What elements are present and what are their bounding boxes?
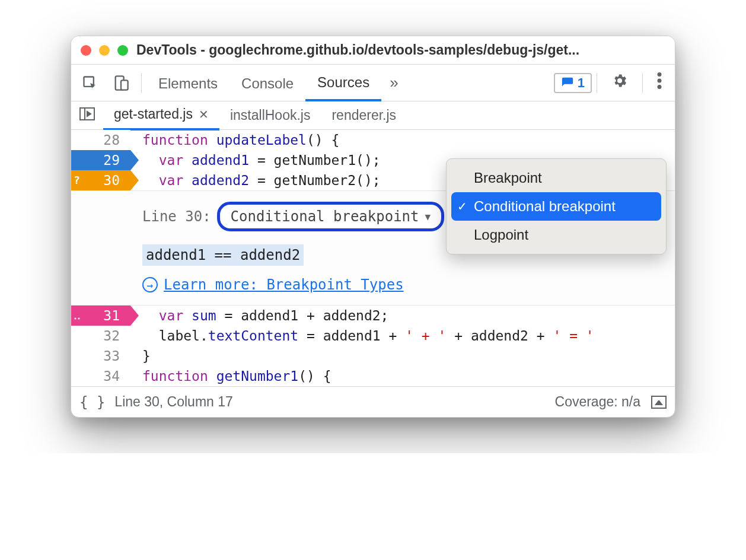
toolbar-divider (597, 73, 597, 93)
toolbar-divider (642, 73, 643, 93)
code-editor[interactable]: 28 function updateLabel() { 29 var adden… (71, 130, 675, 386)
code-text: function updateLabel() { (130, 130, 339, 150)
menu-item-logpoint[interactable]: Logpoint (451, 221, 661, 249)
line-number-logpoint[interactable]: ‥31 (71, 306, 130, 326)
code-line-31[interactable]: ‥31 var sum = addend1 + addend2; (71, 306, 675, 326)
pretty-print-icon[interactable]: { } (79, 394, 105, 411)
menu-item-breakpoint[interactable]: Breakpoint (451, 164, 661, 192)
navigator-toggle-icon[interactable] (71, 107, 103, 124)
code-text: var addend1 = getNumber1(); (130, 150, 381, 170)
breakpoint-line-label: Line 30: (142, 208, 211, 225)
file-tab-label: get-started.js (114, 106, 193, 122)
devtools-window: DevTools - googlechrome.github.io/devtoo… (71, 36, 675, 418)
tab-elements[interactable]: Elements (146, 66, 229, 100)
check-icon: ✓ (457, 199, 467, 214)
learn-more-link[interactable]: Learn more: Breakpoint Types (164, 276, 404, 293)
main-toolbar: Elements Console Sources » 1 (71, 65, 675, 101)
more-options-icon[interactable] (648, 72, 671, 93)
maximize-window-button[interactable] (117, 45, 128, 56)
file-tab-label: installHook.js (230, 107, 311, 123)
line-number[interactable]: 33 (71, 346, 130, 366)
code-text: var sum = addend1 + addend2; (130, 306, 388, 326)
window-title: DevTools - googlechrome.github.io/devtoo… (136, 42, 579, 58)
file-tab-label: renderer.js (331, 107, 396, 123)
line-number[interactable]: 32 (71, 326, 130, 346)
issues-count: 1 (578, 75, 585, 91)
line-number[interactable]: 34 (71, 366, 130, 386)
breakpoint-condition-input[interactable]: addend1 == addend2 (142, 244, 304, 266)
tab-sources[interactable]: Sources (305, 65, 381, 101)
code-text: } (130, 346, 151, 366)
issues-icon (561, 77, 574, 90)
device-toolbar-icon[interactable] (106, 69, 136, 97)
close-window-button[interactable] (81, 45, 91, 56)
inspect-element-icon[interactable] (75, 69, 106, 97)
code-line-32[interactable]: 32 label.textContent = addend1 + ' + ' +… (71, 326, 675, 346)
file-tab-renderer[interactable]: renderer.js (321, 101, 407, 129)
code-line-28[interactable]: 28 function updateLabel() { (71, 130, 675, 150)
menu-item-conditional-breakpoint[interactable]: ✓ Conditional breakpoint (451, 192, 661, 221)
svg-point-3 (658, 72, 662, 77)
file-tab-get-started[interactable]: get-started.js ✕ (103, 100, 219, 131)
svg-rect-2 (121, 80, 128, 90)
issues-button[interactable]: 1 (554, 73, 592, 93)
code-text: function getNumber1() { (130, 366, 331, 386)
window-controls (81, 45, 128, 56)
svg-marker-8 (87, 112, 91, 116)
svg-point-5 (658, 85, 662, 89)
breakpoint-type-dropdown[interactable]: Conditional breakpoint ▼ (217, 202, 445, 231)
breakpoint-type-menu: Breakpoint ✓ Conditional breakpoint Logp… (446, 158, 667, 254)
arrow-circle-icon: → (142, 277, 158, 292)
code-text: label.textContent = addend1 + ' + ' + ad… (130, 326, 594, 346)
more-tabs-icon[interactable]: » (381, 74, 406, 92)
toolbar-divider (141, 73, 142, 93)
coverage-label: Coverage: n/a (555, 394, 640, 410)
drawer-toggle-icon[interactable] (651, 396, 667, 409)
status-bar: { } Line 30, Column 17 Coverage: n/a (71, 386, 675, 417)
settings-icon[interactable] (602, 72, 637, 93)
cursor-position: Line 30, Column 17 (114, 394, 232, 410)
window-titlebar: DevTools - googlechrome.github.io/devtoo… (71, 36, 675, 65)
code-line-34[interactable]: 34 function getNumber1() { (71, 366, 675, 386)
tab-console[interactable]: Console (229, 66, 305, 100)
code-text: var addend2 = getNumber2(); (130, 170, 381, 190)
close-tab-icon[interactable]: ✕ (199, 107, 209, 122)
svg-point-4 (658, 79, 662, 83)
code-line-33[interactable]: 33 } (71, 346, 675, 366)
minimize-window-button[interactable] (99, 45, 110, 56)
file-tab-installhook[interactable]: installHook.js (219, 101, 321, 129)
chevron-down-icon: ▼ (425, 211, 431, 222)
file-tabs-bar: get-started.js ✕ installHook.js renderer… (71, 101, 675, 130)
line-number-conditional-breakpoint[interactable]: ?30 (71, 170, 130, 190)
dropdown-value: Conditional breakpoint (231, 208, 419, 225)
line-number-breakpoint[interactable]: 29 (71, 150, 130, 170)
line-number[interactable]: 28 (71, 130, 130, 150)
